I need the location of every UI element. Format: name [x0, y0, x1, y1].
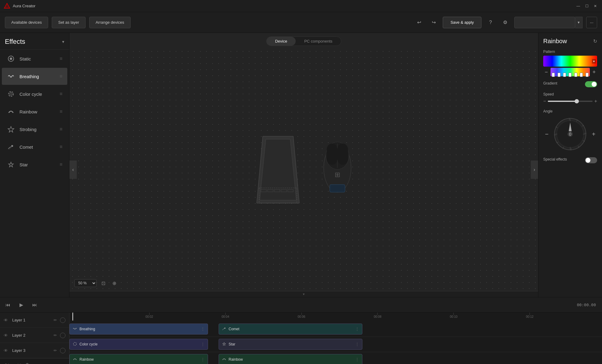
layer-edit-1[interactable]: ✏ [54, 333, 57, 338]
clip-handle-2-1[interactable]: ⋮ [355, 357, 359, 362]
settings-button[interactable]: ⚙ [500, 17, 511, 28]
search-dropdown-button[interactable]: ▾ [575, 17, 583, 28]
volume-down-icon[interactable]: ◂ [33, 362, 36, 364]
fit-canvas-button[interactable]: ⊡ [99, 279, 107, 287]
speed-slider-track[interactable] [548, 101, 592, 102]
effects-collapse-icon[interactable]: ▾ [62, 39, 64, 44]
layer-circle-0[interactable] [60, 317, 65, 323]
clip-handle-2-0[interactable]: ⋮ [201, 357, 205, 362]
effect-item-static[interactable]: Static ≡ [2, 50, 67, 67]
delete-layer-button[interactable]: 🗑 [25, 362, 30, 364]
special-effects-toggle[interactable] [585, 157, 597, 163]
tl-rewind-button[interactable]: ⏮ [4, 301, 12, 309]
layer-circle-1[interactable] [60, 333, 65, 338]
layer-name-1: Layer 2 [12, 333, 51, 338]
search-input[interactable] [514, 17, 575, 28]
color-stop-3[interactable] [563, 73, 566, 77]
track-row-2: Rainbow ⋮ Rainbow ⋮ [69, 352, 602, 364]
svg-marker-9 [260, 139, 296, 200]
angle-dial[interactable]: 0 [553, 116, 588, 152]
clip-2-0[interactable]: Rainbow ⋮ [69, 354, 208, 364]
color-stop-minus-button[interactable]: − [543, 69, 549, 75]
undo-button[interactable]: ↩ [414, 17, 424, 28]
layer-visibility-2[interactable]: 👁 [4, 348, 9, 353]
playhead[interactable] [72, 313, 73, 321]
effect-drag-rainbow: ≡ [60, 109, 62, 114]
panel-refresh-icon[interactable]: ↻ [593, 38, 597, 44]
layer-visibility-0[interactable]: 👁 [4, 318, 9, 323]
speed-slider-fill [548, 101, 577, 102]
speed-slider-thumb[interactable] [575, 99, 579, 103]
tab-device[interactable]: Device [266, 37, 296, 46]
clip-handle-0-0[interactable]: ⋮ [201, 327, 205, 331]
clip-2-1[interactable]: Rainbow ⋮ [219, 354, 362, 364]
effect-item-breathing[interactable]: Breathing ≡ [2, 68, 67, 85]
effect-item-rainbow[interactable]: Rainbow ≡ [2, 103, 67, 120]
redo-button[interactable]: ↪ [428, 17, 439, 28]
main-toolbar: Available devices Set as layer Arrange d… [0, 12, 602, 33]
color-stop-2[interactable] [558, 73, 561, 77]
layer-edit-2[interactable]: ✏ [54, 348, 57, 353]
layer-visibility-1[interactable]: 👁 [4, 333, 9, 338]
color-stop-7[interactable] [586, 73, 589, 77]
target-button[interactable]: ⊕ [110, 279, 118, 287]
canvas-collapse-handle[interactable]: ▼ [69, 291, 538, 297]
window-controls: — ☐ ✕ [575, 3, 598, 9]
set-as-layer-button[interactable]: Set as layer [52, 17, 86, 28]
layer-row-1: 👁 Layer 2 ✏ [0, 328, 69, 343]
effect-item-star[interactable]: Star ≡ [2, 156, 67, 173]
angle-plus-button[interactable]: + [590, 130, 597, 138]
ruler-label-5: 00:12 [526, 315, 533, 318]
tl-play-button[interactable]: ▶ [17, 301, 26, 309]
clip-handle-0-1[interactable]: ⋮ [355, 327, 359, 331]
ruler-tick-4 [453, 313, 454, 315]
maximize-button[interactable]: ☐ [584, 3, 590, 9]
pattern-gradient-bar[interactable]: ▾ [543, 56, 597, 67]
speed-minus-icon[interactable]: − [543, 99, 546, 104]
gradient-toggle[interactable] [585, 81, 597, 87]
clip-0-1[interactable]: Comet ⋮ [219, 324, 362, 335]
close-button[interactable]: ✕ [592, 3, 598, 9]
color-stop-5[interactable] [574, 73, 577, 77]
volume-up-icon[interactable]: ▸ [40, 362, 43, 364]
effect-name-breathing: Breathing [19, 74, 55, 79]
arrange-devices-button[interactable]: Arrange devices [89, 17, 131, 28]
clip-0-0[interactable]: Breathing ⋮ [69, 324, 208, 335]
effect-drag-strobing: ≡ [60, 127, 62, 132]
more-button[interactable]: ··· [586, 17, 597, 28]
color-stop-1[interactable] [552, 73, 555, 77]
speed-plus-icon[interactable]: + [594, 99, 597, 104]
layer-edit-0[interactable]: ✏ [54, 318, 57, 322]
effect-item-strobing[interactable]: Strobing ≡ [2, 121, 67, 138]
gradient-dropdown-button[interactable]: ▾ [592, 59, 596, 64]
angle-minus-button[interactable]: − [543, 130, 550, 138]
color-stop-4[interactable] [569, 73, 572, 77]
main-area: Effects ▾ Static ≡ Breathing ≡ Color cyc… [0, 33, 602, 297]
effect-icon-static [7, 54, 15, 63]
canvas-tabs: Device PC components [69, 33, 538, 48]
tab-pc-components[interactable]: PC components [296, 37, 341, 46]
clip-handle-1-0[interactable]: ⋮ [201, 342, 205, 346]
effect-name-strobing: Strobing [19, 127, 55, 132]
zoom-select[interactable]: 25 % 50 % 75 % 100 % [74, 279, 97, 287]
canvas-nav-left[interactable]: ‹ [69, 161, 77, 179]
tl-forward-button[interactable]: ⏭ [30, 301, 39, 309]
help-button[interactable]: ? [485, 17, 496, 28]
effect-item-comet[interactable]: Comet ≡ [2, 138, 67, 155]
minimize-button[interactable]: — [575, 3, 581, 9]
color-stop-plus-button[interactable]: + [591, 69, 597, 75]
available-devices-button[interactable]: Available devices [5, 17, 48, 28]
clip-1-1[interactable]: Star ⋮ [219, 339, 362, 350]
effect-item-color_cycle[interactable]: Color cycle ≡ [2, 85, 67, 102]
canvas-nav-right[interactable]: › [531, 161, 538, 179]
clip-label-2-1: Rainbow [229, 357, 243, 362]
tl-timecode: 00:00.00 [577, 303, 596, 307]
volume-middle-icon[interactable]: ▾ [46, 362, 49, 364]
ruler-mark-3: 00:08 [374, 313, 381, 318]
layer-circle-2[interactable] [60, 348, 65, 353]
clip-handle-1-1[interactable]: ⋮ [355, 342, 359, 346]
color-stop-6[interactable] [580, 73, 583, 77]
timeline-track-area: Breathing ⋮ Comet ⋮ Color cycle ⋮ Star ⋮… [69, 322, 602, 364]
save-apply-button[interactable]: Save & apply [443, 17, 481, 28]
clip-1-0[interactable]: Color cycle ⋮ [69, 339, 208, 350]
